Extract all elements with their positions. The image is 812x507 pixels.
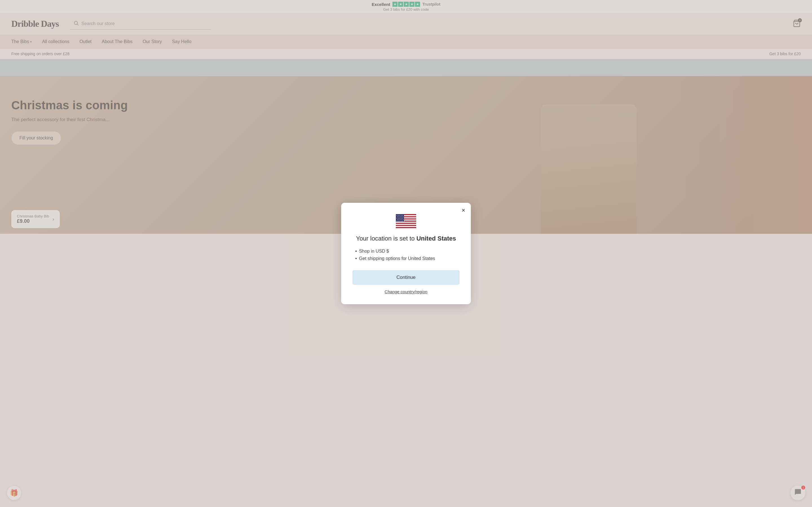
svg-text:★ ★ ★ ★ ★ ★: ★ ★ ★ ★ ★ ★ (396, 220, 405, 222)
svg-rect-7 (396, 222, 416, 223)
svg-rect-9 (396, 226, 416, 227)
svg-rect-8 (396, 224, 416, 225)
modal-overlay: × ★ ★ ★ ★ ★ ★ ★ ★ ★ ★ ★ ★ ★ ★ ★ ★ ★ ★ ★ … (0, 0, 812, 234)
flag-container: ★ ★ ★ ★ ★ ★ ★ ★ ★ ★ ★ ★ ★ ★ ★ ★ ★ ★ ★ ★ … (396, 214, 416, 229)
modal-close-button[interactable]: × (462, 207, 465, 214)
us-flag-icon: ★ ★ ★ ★ ★ ★ ★ ★ ★ ★ ★ ★ ★ ★ ★ ★ ★ ★ ★ ★ … (396, 214, 416, 228)
location-modal: × ★ ★ ★ ★ ★ ★ ★ ★ ★ ★ ★ ★ ★ ★ ★ ★ ★ ★ ★ … (341, 203, 471, 234)
